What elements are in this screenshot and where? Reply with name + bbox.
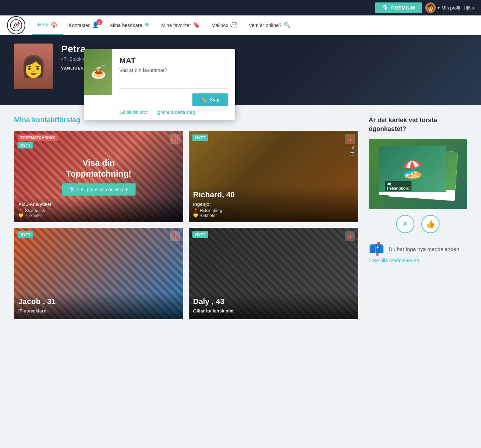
card-name-4: Daly , 43: [193, 297, 354, 306]
help-link[interactable]: Hjälp: [463, 5, 474, 11]
chevron-down-icon: ▾: [438, 6, 440, 10]
location-icon-2: 📍: [193, 208, 198, 213]
card-job-2: ingenjör: [193, 202, 354, 207]
nav-item-favoriter[interactable]: Mina favoriter 🔖: [156, 15, 206, 35]
user-avatar: 👩: [14, 44, 53, 89]
avatar-image: 👩: [14, 44, 53, 89]
card-name-3: Jacob , 31: [18, 297, 179, 306]
kontakter-badge: 1: [96, 19, 103, 25]
profile-button[interactable]: 👩 ▾ Min profil: [425, 2, 460, 13]
nav-item-kontakter[interactable]: Kontakter 👤 1: [63, 15, 105, 35]
modal-answer-input[interactable]: [119, 77, 228, 88]
modal-subtitle: Vad är din favoritmat?: [119, 67, 228, 73]
location-icon-1: 📍: [18, 208, 24, 213]
mailbox-label: Mailbox: [211, 22, 228, 28]
nav-item-hem[interactable]: Hem 🏠: [32, 15, 63, 35]
kontakter-label: Kontakter: [69, 22, 90, 28]
premium-btn-label: > Bli premiummedlem nu!: [77, 187, 129, 192]
card-premium-title: Visa dinToppmatchning!: [66, 157, 131, 179]
card-premium-overlay: Visa dinToppmatchning! 💎 > Bli premiumme…: [62, 157, 136, 196]
pencil-icon: ✏️: [201, 97, 207, 103]
card-location-1: 📍 Skarpnäck: [18, 208, 179, 213]
logo[interactable]: [7, 16, 25, 34]
nav-items: Hem 🏠 Kontakter 👤 1 Mina besökare 👁 Mina…: [32, 15, 296, 35]
card-badge-new-4: NYTT: [192, 231, 208, 238]
card-badge-new-1: NYTT: [18, 142, 33, 149]
ignore-step-link[interactable]: Ignorera detta steg: [157, 110, 195, 115]
dislike-button[interactable]: ✕: [396, 215, 414, 233]
photo-count-number: 3: [351, 145, 354, 150]
profile-label: Min profil: [442, 5, 460, 11]
card-bottom-2: Richard, 40 ingenjör 📍 Helsingborg 💛 4 l…: [189, 186, 358, 222]
heart-icon-1: 💛: [18, 213, 24, 218]
card-badge-toppmatchning: TOPPMATCHNING!: [18, 134, 58, 141]
diamond-small-icon: 💎: [69, 187, 74, 192]
contacts-section: Mina kontaktförslag TOPPMATCHNING! NYTT …: [14, 116, 358, 319]
card-bottom-4: Daly , 43 Gillar italiensk mat: [189, 293, 358, 319]
first-look-image-area: 🌳 🏖️ 38, Helsingborg: [369, 139, 467, 209]
camera-icon: 📷: [350, 151, 355, 156]
top-bar: 💎 PREMIUM 👩 ▾ Min profil Hjälp: [0, 0, 481, 15]
card-bottom-3: Jacob , 31 IT-utvecklare: [14, 293, 183, 319]
avatar: 👩: [425, 2, 436, 13]
thumbs-up-icon: 👍: [426, 219, 435, 229]
heart-icon-2: 💛: [193, 213, 198, 218]
photo-label: 38, Helsingborg: [385, 181, 411, 191]
modal-footer: Gå till din profil Ignorera detta steg: [84, 106, 235, 120]
hero-section: 👩 Petra 47, Stockholm VÄNLIGEN GÖR KLART…: [0, 35, 481, 105]
mailbox-text: Du har inga nya meddelanden: [389, 246, 459, 252]
card-name-2: Richard, 40: [193, 190, 354, 199]
home-label: Hem: [38, 22, 48, 27]
card-job-1: AML-Analytiker: [18, 202, 179, 207]
modal-btn-label: Svar: [210, 97, 220, 103]
photo-stack: 🌳 🏖️ 38, Helsingborg: [379, 144, 456, 204]
bookmark-button-1[interactable]: 🔖: [170, 134, 180, 144]
card-toppmatchning[interactable]: TOPPMATCHNING! NYTT 🔖 Visa dinToppmatchn…: [14, 131, 183, 222]
nav-item-mailbox[interactable]: Mailbox 💬: [206, 15, 243, 35]
bookmark-button-4[interactable]: 🔖: [345, 231, 355, 241]
cards-grid: TOPPMATCHNING! NYTT 🔖 Visa dinToppmatchn…: [14, 131, 358, 319]
first-look-title: Är det kärlek vid första ögonkastet?: [369, 116, 467, 133]
premium-label: PREMIUM: [391, 5, 415, 11]
goto-profile-link[interactable]: Gå till din profil: [119, 110, 150, 115]
besokare-label: Mina besökare: [110, 22, 143, 28]
card-badge-new-2: NYTT: [192, 134, 208, 141]
svg-point-0: [11, 19, 22, 31]
eye-icon: 👁: [144, 22, 150, 28]
card-jacob[interactable]: NYTT 🔖 Jacob , 31 IT-utvecklare: [14, 228, 183, 319]
card-photo-count: 3 📷: [350, 145, 355, 156]
chat-icon: 💬: [230, 22, 237, 28]
nav-item-online[interactable]: Vem är online? 🔍: [243, 15, 296, 35]
premium-member-button[interactable]: 💎 > Bli premiummedlem nu!: [62, 184, 136, 196]
card-likes-2: 💛 4 likheter: [193, 213, 354, 218]
bookmark-button-2[interactable]: 🔖: [345, 134, 355, 144]
photo-card-front[interactable]: 🏖️ 38, Helsingborg: [379, 146, 446, 195]
home-icon: 🏠: [51, 21, 58, 28]
diamond-icon: 💎: [382, 5, 389, 11]
bookmark-button-3[interactable]: 🔖: [170, 231, 180, 241]
mailbox-section: 📫 Du har inga nya meddelanden > Se alla …: [369, 242, 467, 263]
card-job-4: Gillar italiensk mat: [193, 308, 354, 314]
favoriter-label: Mina favoriter: [161, 22, 191, 28]
action-buttons: ✕ 👍: [369, 215, 467, 233]
online-label: Vem är online?: [249, 22, 281, 28]
nav-item-besokare[interactable]: Mina besökare 👁: [105, 15, 156, 35]
x-icon: ✕: [402, 219, 408, 229]
logo-icon: [10, 19, 22, 32]
modal-food-image: 🍝: [84, 49, 112, 95]
like-button[interactable]: 👍: [421, 215, 440, 233]
card-richard[interactable]: NYTT 🔖 3 📷 Richard, 40 ingenjör 📍 Helsin…: [189, 131, 358, 222]
right-panel: Är det kärlek vid första ögonkastet? 🌳 🏖…: [369, 116, 467, 319]
card-daly[interactable]: NYTT 🔖 Daly , 43 Gillar italiensk mat: [189, 228, 358, 319]
card-location-2: 📍 Helsingborg: [193, 208, 354, 213]
main-content: Mina kontaktförslag TOPPMATCHNING! NYTT …: [0, 105, 481, 330]
card-bottom-1: AML-Analytiker 📍 Skarpnäck 💛 7 likheter: [14, 197, 183, 222]
mailbox-icon: 📫: [369, 242, 384, 256]
profile-question-modal: 🍝 MAT Vad är din favoritmat? ✏️ Svar Gå …: [84, 49, 235, 120]
card-job-3: IT-utvecklare: [18, 308, 179, 314]
card-likes-1: 💛 7 likheter: [18, 213, 179, 218]
mailbox-row: 📫 Du har inga nya meddelanden: [369, 242, 459, 256]
premium-button[interactable]: 💎 PREMIUM: [375, 2, 421, 13]
modal-submit-button[interactable]: ✏️ Svar: [192, 93, 228, 106]
see-all-messages-link[interactable]: > Se alla meddelanden: [369, 258, 419, 263]
